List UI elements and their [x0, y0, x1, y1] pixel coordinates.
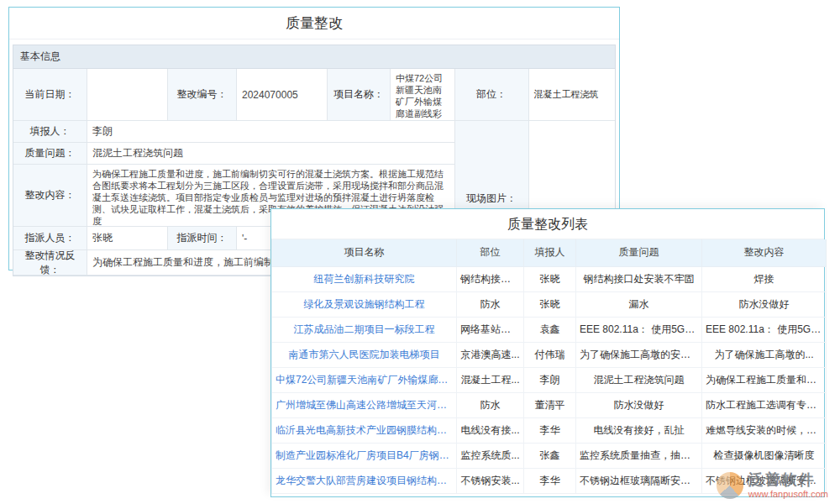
cell-project-name-link[interactable]: 临沂县光电高新技术产业园钢膜结构车棚... — [272, 417, 457, 443]
cell-issue: 漏水 — [576, 291, 702, 317]
cell-content: 焊接 — [702, 266, 827, 291]
cell-part: 京港澳高速... — [457, 342, 524, 367]
quality-rectification-table: 项目名称 部位 填报人 质量问题 整改内容 纽荷兰创新科技研究院 钢结构接口处 … — [271, 239, 827, 494]
cell-project-name-link[interactable]: 广州增城至佛山高速公路增城至天河段工... — [272, 392, 457, 417]
cell-reporter: 张晓 — [524, 266, 576, 291]
cell-project-name-link[interactable]: 纽荷兰创新科技研究院 — [272, 266, 457, 291]
table-header-row: 项目名称 部位 填报人 质量问题 整改内容 — [272, 239, 827, 266]
part-row: 部位： 混凝土工程浇筑 — [455, 69, 615, 121]
cell-issue: 监控系统质量抽查，抽查2... — [576, 443, 702, 468]
rect-no-label: 整改编号： — [168, 69, 237, 121]
cell-part: 防水 — [457, 291, 524, 317]
part-label: 部位： — [455, 69, 529, 120]
cell-part: 电线没有接... — [457, 417, 524, 443]
feedback-label: 整改情况反馈： — [13, 250, 87, 276]
issue-label: 质量问题： — [13, 143, 87, 165]
fanpu-watermark: 泛普软件 www.fanpusoft.com — [717, 472, 828, 499]
col-reporter: 填报人 — [524, 239, 576, 266]
section-basic-info: 基本信息 — [13, 45, 616, 68]
reporter-field[interactable]: 李朗 — [87, 121, 455, 143]
cell-content: 防水工程施工选调有专业... — [702, 392, 827, 417]
col-content: 整改内容 — [702, 239, 827, 266]
cell-project-name-link[interactable]: 制造产业园标准化厂房项目B4厂房钢结构... — [272, 443, 457, 468]
cell-issue: 防水没做好 — [576, 392, 702, 417]
reporter-label: 填报人： — [13, 121, 87, 143]
cell-issue: 电线没有接好，乱扯 — [576, 417, 702, 443]
table-row: 中煤72公司新疆天池南矿厂外输煤廊道副... 混凝土工程... 李朗 混泥土工程… — [272, 367, 827, 392]
col-project-name: 项目名称 — [272, 239, 457, 266]
project-name-field[interactable]: 中煤72公司新疆天池南矿厂外输煤廊道副线彩钢瓦板安装专业分包工程 — [391, 69, 455, 121]
cell-part: 监控系统质... — [457, 443, 524, 468]
table-row: 南通市第六人民医院加装电梯项目 京港澳高速... 付伟瑞 为了确保施工高墩的安全… — [272, 342, 827, 367]
cell-content: 为确保工程施工质量和进... — [702, 367, 827, 392]
assign-time-label: 指派时间： — [168, 227, 237, 250]
table-row: 纽荷兰创新科技研究院 钢结构接口处 张晓 钢结构接口处安装不牢固 焊接 — [272, 266, 827, 291]
col-issue: 质量问题 — [576, 239, 702, 266]
current-date-field[interactable] — [87, 69, 168, 121]
cell-reporter: 董清平 — [524, 392, 576, 417]
table-row: 江苏成品油二期项目一标段工程 网络基站测试 袁鑫 EEE 802.11a： 使用… — [272, 317, 827, 342]
cell-issue: 为了确保施工高墩的安全... — [576, 342, 702, 367]
cell-issue: 钢结构接口处安装不牢固 — [576, 266, 702, 291]
cell-issue: EEE 802.11a： 使用5GHz... — [576, 317, 702, 342]
quality-rectification-list-panel: 质量整改列表 项目名称 部位 填报人 质量问题 整改内容 纽荷兰创新科技研究院 … — [270, 208, 825, 497]
col-part: 部位 — [457, 239, 524, 266]
watermark-url: www.fanpusoft.com — [748, 489, 828, 499]
cell-content: 为了确保施工高墩的... — [702, 342, 827, 367]
cell-reporter: 李华 — [524, 468, 576, 493]
current-date-label: 当前日期： — [13, 69, 87, 121]
form-title: 质量整改 — [9, 8, 619, 39]
cell-project-name-link[interactable]: 龙华交警大队部营房建设项目钢结构专业... — [272, 468, 457, 493]
cell-issue: 混泥土工程浇筑问题 — [576, 367, 702, 392]
cell-project-name-link[interactable]: 中煤72公司新疆天池南矿厂外输煤廊道副... — [272, 367, 457, 392]
table-row: 广州增城至佛山高速公路增城至天河段工... 防水 董清平 防水没做好 防水工程施… — [272, 392, 827, 417]
cell-reporter: 张鑫 — [524, 443, 576, 468]
table-row: 绿化及景观设施钢结构工程 防水 张晓 漏水 防水没做好 — [272, 291, 827, 317]
content-label: 整改内容： — [13, 165, 87, 227]
cell-part: 网络基站测试 — [457, 317, 524, 342]
table-row: 制造产业园标准化厂房项目B4厂房钢结构... 监控系统质... 张鑫 监控系统质… — [272, 443, 827, 468]
cell-content: EEE 802.11a： 使用5GH... — [702, 317, 827, 342]
cell-content: 难燃导线安装的时候，所... — [702, 417, 827, 443]
cell-part: 钢结构接口处 — [457, 266, 524, 291]
cell-issue: 不锈钢边框玻璃隔断安装... — [576, 468, 702, 493]
assignee-field[interactable]: 张晓 — [87, 227, 168, 250]
table-row: 临沂县光电高新技术产业园钢膜结构车棚... 电线没有接... 李华 电线没有接好… — [272, 417, 827, 443]
cell-reporter: 李朗 — [524, 367, 576, 392]
cell-project-name-link[interactable]: 绿化及景观设施钢结构工程 — [272, 291, 457, 317]
project-name-label: 项目名称： — [328, 69, 391, 121]
fanpu-logo-icon — [717, 472, 743, 499]
cell-reporter: 张晓 — [524, 291, 576, 317]
cell-content: 检查摄像机图像清晰度 — [702, 443, 827, 468]
cell-reporter: 付伟瑞 — [524, 342, 576, 367]
list-table-body: 纽荷兰创新科技研究院 钢结构接口处 张晓 钢结构接口处安装不牢固 焊接 绿化及景… — [272, 266, 827, 493]
cell-reporter: 李华 — [524, 417, 576, 443]
cell-part: 混凝土工程... — [457, 367, 524, 392]
rect-no-field[interactable]: 2024070005 — [237, 69, 328, 121]
cell-project-name-link[interactable]: 江苏成品油二期项目一标段工程 — [272, 317, 457, 342]
cell-part: 防水 — [457, 392, 524, 417]
cell-project-name-link[interactable]: 南通市第六人民医院加装电梯项目 — [272, 342, 457, 367]
cell-reporter: 袁鑫 — [524, 317, 576, 342]
part-field[interactable]: 混凝土工程浇筑 — [529, 69, 615, 120]
watermark-brand: 泛普软件 — [748, 472, 828, 489]
list-title: 质量整改列表 — [271, 209, 824, 239]
cell-content: 防水没做好 — [702, 291, 827, 317]
cell-part: 不锈钢安装... — [457, 468, 524, 493]
assignee-label: 指派人员： — [13, 227, 87, 250]
issue-field[interactable]: 混泥土工程浇筑问题 — [87, 143, 455, 165]
